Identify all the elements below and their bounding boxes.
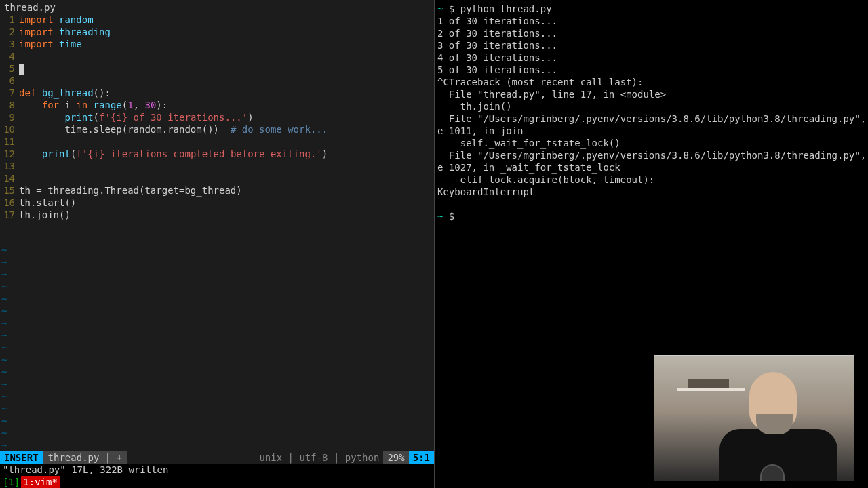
- terminal-line: 3 of 30 iterations...: [437, 39, 868, 52]
- code-line[interactable]: 9 print(f'{i} of 30 iterations...'): [1, 111, 434, 123]
- code-line[interactable]: 15th = threading.Thread(target=bg_thread…: [1, 184, 434, 197]
- code-area[interactable]: 1import random2import threading3import t…: [0, 14, 434, 244]
- terminal-line: KeyboardInterrupt: [437, 186, 868, 198]
- terminal-line: ^CTraceback (most recent call last):: [437, 76, 868, 88]
- terminal-line: e 1027, in _wait_for_tstate_lock: [437, 161, 868, 174]
- terminal-line: File "thread.py", line 17, in <module>: [437, 88, 868, 100]
- line-number: 7: [1, 87, 19, 99]
- line-number: 12: [1, 148, 19, 160]
- line-number: 8: [1, 99, 19, 111]
- mode-indicator: INSERT: [0, 451, 43, 464]
- terminal-line: File "/Users/mgrinberg/.pyenv/versions/3…: [437, 149, 868, 161]
- code-line[interactable]: 7def bg_thread():: [1, 87, 434, 99]
- split-terminal: thread.py 1import random2import threadin…: [0, 0, 868, 488]
- line-number: 9: [1, 111, 19, 123]
- line-number: 4: [1, 50, 19, 62]
- tmux-session: [1]: [3, 476, 20, 488]
- line-number: 6: [1, 75, 19, 87]
- line-number: 14: [1, 172, 19, 184]
- terminal-line: 4 of 30 iterations...: [437, 52, 868, 64]
- statusline-pos: 5:1: [409, 451, 434, 464]
- code-line[interactable]: 12 print(f'{i} iterations completed befo…: [1, 148, 434, 160]
- empty-lines: ~~~~~~~~~~~~~~~~~: [0, 244, 434, 451]
- terminal-line: elif lock.acquire(block, timeout):: [437, 174, 868, 186]
- line-number: 2: [1, 26, 19, 38]
- code-line[interactable]: 13: [1, 160, 434, 172]
- terminal-line: ~ $ python thread.py: [437, 3, 868, 15]
- text-cursor: [19, 64, 24, 75]
- line-number: 5: [1, 62, 19, 75]
- terminal-line: e 1011, in join: [437, 125, 868, 137]
- code-line[interactable]: 5: [1, 62, 434, 75]
- code-line[interactable]: 8 for i in range(1, 30):: [1, 99, 434, 111]
- code-line[interactable]: 3import time: [1, 38, 434, 50]
- line-number: 15: [1, 184, 19, 197]
- code-line[interactable]: 11: [1, 136, 434, 148]
- line-number: 11: [1, 136, 19, 148]
- tmux-statusline: [1] 1:vim*: [0, 476, 434, 488]
- tmux-window: 1:vim*: [21, 476, 60, 488]
- line-number: 16: [1, 197, 19, 209]
- code-line[interactable]: 10 time.sleep(random.random()) # do some…: [1, 123, 434, 136]
- line-number: 17: [1, 209, 19, 221]
- terminal-line: 5 of 30 iterations...: [437, 64, 868, 76]
- line-number: 3: [1, 38, 19, 50]
- editor-filename: thread.py: [0, 0, 434, 14]
- code-line[interactable]: 1import random: [1, 14, 434, 26]
- code-line[interactable]: 4: [1, 50, 434, 62]
- code-line[interactable]: 17th.join(): [1, 209, 434, 221]
- statusline-file: thread.py | +: [43, 451, 128, 464]
- terminal-line: 1 of 30 iterations...: [437, 15, 868, 27]
- editor-pane[interactable]: thread.py 1import random2import threadin…: [0, 0, 434, 488]
- code-line[interactable]: 14: [1, 172, 434, 184]
- terminal-line: 2 of 30 iterations...: [437, 27, 868, 39]
- statusline-percent: 29%: [383, 451, 408, 464]
- code-line[interactable]: 6: [1, 75, 434, 87]
- terminal-line: th.join(): [437, 100, 868, 113]
- code-line[interactable]: 2import threading: [1, 26, 434, 38]
- statusline-info: unix | utf-8 | python: [127, 451, 383, 464]
- line-number: 10: [1, 123, 19, 136]
- statusline: INSERT thread.py | + unix | utf-8 | pyth…: [0, 451, 434, 464]
- line-number: 13: [1, 160, 19, 172]
- line-number: 1: [1, 14, 19, 26]
- terminal-line: ~ $: [437, 210, 868, 222]
- terminal-line: File "/Users/mgrinberg/.pyenv/versions/3…: [437, 113, 868, 125]
- code-line[interactable]: 16th.start(): [1, 197, 434, 209]
- terminal-line: [437, 198, 868, 210]
- terminal-line: self._wait_for_tstate_lock(): [437, 137, 868, 149]
- message-line: "thread.py" 17L, 322B written: [0, 464, 434, 476]
- webcam-overlay: [654, 355, 854, 481]
